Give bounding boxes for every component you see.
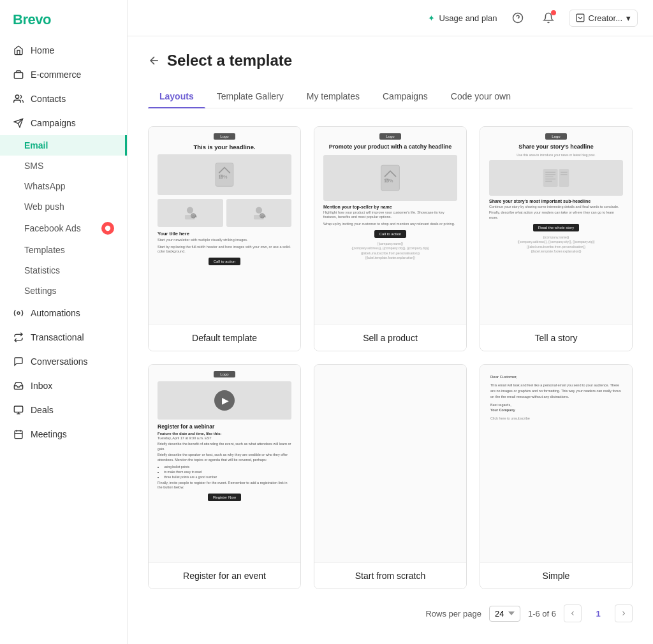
sidebar-item-facebook-ads[interactable]: Facebook Ads	[0, 217, 127, 240]
template-preview-event: Logo ▶ Register for a webinar Feature th…	[149, 365, 300, 562]
sidebar-item-deals-label: Deals	[31, 405, 54, 415]
svg-rect-14	[576, 14, 584, 22]
chevron-down-icon: ▾	[626, 13, 631, 23]
sidebar-item-contacts[interactable]: Contacts	[0, 87, 127, 111]
svg-text:15%: 15%	[384, 178, 393, 184]
facebook-ads-badge	[101, 222, 114, 235]
svg-rect-36	[559, 169, 569, 187]
pagination-range: 1-6 of 6	[528, 609, 556, 618]
shop-icon	[13, 69, 24, 80]
sidebar-item-settings[interactable]: Settings	[0, 281, 127, 301]
sidebar-item-automations-label: Automations	[31, 308, 80, 318]
sidebar-item-campaigns-label: Campaigns	[31, 118, 76, 128]
campaigns-subitems: Email SMS WhatsApp Web push Facebook Ads…	[0, 135, 127, 301]
pagination-page-1[interactable]: 1	[589, 604, 607, 622]
pagination-next-button[interactable]	[615, 604, 633, 622]
template-card-default[interactable]: Logo This is your headline. 15% 15% 15%	[148, 126, 301, 351]
person-icon	[13, 93, 24, 105]
svg-rect-9	[15, 431, 22, 439]
svg-point-19	[187, 207, 193, 213]
template-name-default: Default template	[149, 325, 300, 351]
template-tabs: Layouts Template Gallery My templates Ca…	[148, 85, 633, 108]
template-card-story[interactable]: Logo Share your story's headline Use thi…	[480, 126, 633, 351]
template-preview-product: Logo Promote your product with a catchy …	[314, 127, 466, 325]
home-icon	[13, 45, 24, 56]
tab-campaigns[interactable]: Campaigns	[371, 85, 439, 108]
sidebar-item-templates[interactable]: Templates	[0, 240, 127, 260]
sidebar-item-email[interactable]: Email	[0, 135, 127, 156]
tab-layouts[interactable]: Layouts	[148, 85, 205, 108]
top-header: ✦ Usage and plan Creator... ▾	[128, 0, 653, 36]
tab-code-your-own[interactable]: Code your own	[439, 85, 522, 108]
template-name-product: Sell a product	[314, 325, 466, 351]
svg-text:15%: 15%	[261, 215, 266, 218]
svg-rect-0	[14, 73, 22, 78]
main-area: ✦ Usage and plan Creator... ▾ Select a t…	[128, 0, 653, 644]
template-name-event: Register for an event	[149, 562, 300, 589]
template-card-event[interactable]: Logo ▶ Register for a webinar Feature th…	[148, 364, 301, 589]
automation-icon	[13, 307, 24, 319]
chat-icon	[13, 356, 24, 367]
rows-per-page-label: Rows per page	[425, 609, 481, 618]
calendar-icon	[13, 428, 24, 440]
pagination-prev-button[interactable]	[564, 604, 582, 622]
template-preview-story: Logo Share your story's headline Use thi…	[480, 127, 632, 325]
pagination: Rows per page 24 12 48 1-6 of 6 1	[148, 604, 633, 633]
transaction-icon	[13, 332, 24, 343]
tab-template-gallery[interactable]: Template Gallery	[205, 85, 295, 108]
sidebar-item-ecommerce[interactable]: E-commerce	[0, 62, 127, 87]
sidebar-item-transactional[interactable]: Transactional	[0, 325, 127, 349]
creator-menu[interactable]: Creator... ▾	[569, 10, 638, 27]
notification-bell-icon[interactable]	[538, 8, 559, 28]
help-icon-button[interactable]	[508, 8, 528, 28]
template-preview-default: Logo This is your headline. 15% 15% 15%	[149, 127, 300, 325]
template-card-simple[interactable]: Dear Customer, This email will look and …	[480, 364, 633, 589]
usage-icon: ✦	[428, 13, 435, 23]
svg-point-23	[256, 207, 262, 213]
svg-point-1	[15, 95, 18, 98]
sidebar-item-inbox-label: Inbox	[31, 381, 52, 391]
sidebar-item-statistics[interactable]: Statistics	[0, 260, 127, 281]
template-name-simple: Simple	[480, 562, 632, 589]
sidebar-item-meetings[interactable]: Meetings	[0, 422, 127, 446]
page-title: Select a template	[167, 52, 292, 70]
sidebar-item-meetings-label: Meetings	[31, 429, 67, 439]
sidebar-item-sms[interactable]: SMS	[0, 156, 127, 176]
back-button[interactable]	[148, 54, 161, 67]
sidebar-item-conversations[interactable]: Conversations	[0, 349, 127, 374]
sidebar-item-transactional-label: Transactional	[31, 332, 84, 342]
app-logo: Brevo	[0, 0, 127, 38]
deals-icon	[13, 404, 24, 416]
svg-rect-30	[543, 169, 558, 187]
tab-my-templates[interactable]: My templates	[295, 85, 371, 108]
page-header: Select a template	[148, 52, 633, 70]
template-name-scratch: Start from scratch	[314, 562, 466, 589]
sidebar-nav: Home E-commerce Contacts Campaigns Ema	[0, 38, 127, 644]
sidebar-item-contacts-label: Contacts	[31, 94, 66, 104]
template-card-product[interactable]: Logo Promote your product with a catchy …	[314, 126, 467, 351]
sidebar-item-inbox[interactable]: Inbox	[0, 374, 127, 398]
template-grid: Logo This is your headline. 15% 15% 15%	[148, 126, 633, 589]
sidebar-item-whatsapp[interactable]: WhatsApp	[0, 176, 127, 196]
rows-per-page-select[interactable]: 24 12 48	[489, 606, 520, 622]
sidebar-item-webpush[interactable]: Web push	[0, 196, 127, 217]
send-icon	[13, 117, 24, 129]
svg-rect-6	[14, 406, 22, 412]
sidebar-item-deals[interactable]: Deals	[0, 398, 127, 422]
svg-text:15%: 15%	[218, 175, 227, 179]
sidebar-item-automations[interactable]: Automations	[0, 301, 127, 325]
sidebar-item-ecommerce-label: E-commerce	[31, 70, 81, 80]
sidebar-item-campaigns[interactable]: Campaigns	[0, 111, 127, 135]
sidebar-item-conversations-label: Conversations	[31, 356, 88, 367]
template-card-scratch[interactable]: Start from scratch	[314, 364, 467, 589]
page-content: Select a template Layouts Template Galle…	[128, 36, 653, 644]
sidebar: Brevo Home E-commerce Contacts	[0, 0, 128, 644]
usage-and-plan-button[interactable]: ✦ Usage and plan	[428, 13, 497, 23]
svg-point-5	[17, 312, 20, 314]
template-preview-simple: Dear Customer, This email will look and …	[480, 365, 632, 562]
sidebar-item-home[interactable]: Home	[0, 38, 127, 62]
template-name-story: Tell a story	[480, 325, 632, 351]
sidebar-item-home-label: Home	[31, 45, 54, 55]
template-preview-scratch	[314, 365, 466, 562]
inbox-icon	[13, 380, 24, 392]
